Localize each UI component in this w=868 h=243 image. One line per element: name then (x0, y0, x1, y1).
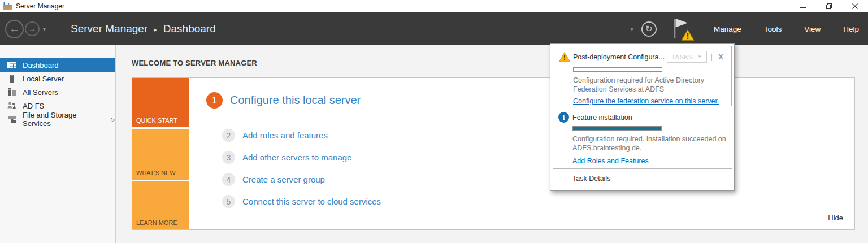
notification-description: Configuration required. Installation suc… (572, 134, 736, 153)
chevron-down-icon: ▼ (697, 54, 702, 59)
window-title: Server Manager (16, 2, 64, 10)
history-dropdown-caret[interactable]: ▾ (43, 26, 46, 32)
notification-description: Configuration required for Active Direct… (573, 76, 730, 94)
step-number-badge: 5 (222, 195, 235, 208)
menu-help[interactable]: Help (843, 25, 859, 33)
warning-triangle-icon: ! (681, 29, 695, 41)
dashboard-grid-icon (7, 60, 17, 70)
refresh-icon: ↻ (645, 24, 653, 34)
breadcrumb: Server Manager ▸ Dashboard (71, 23, 216, 35)
breadcrumb-dashboard[interactable]: Dashboard (163, 23, 216, 35)
forward-button[interactable]: → (25, 21, 40, 36)
step-number-badge: 3 (222, 151, 235, 164)
step-link[interactable]: Connect this server to cloud services (242, 197, 381, 206)
sidebar-item-all-servers[interactable]: All Servers (0, 85, 115, 99)
step-add-other-servers[interactable]: 3 Add other servers to manage (222, 151, 351, 164)
notification-title: Post-deployment Configura... (573, 53, 665, 61)
notification-title: Feature installation (572, 114, 632, 122)
info-icon: i (558, 112, 569, 123)
sidebar-item-file-storage-services[interactable]: File and Storage Services ▷ (0, 112, 115, 126)
popup-divider (553, 168, 732, 169)
sidebar-item-label: File and Storage Services (23, 111, 106, 128)
all-servers-icon (7, 88, 17, 97)
tab-learn-more[interactable]: LEARN MORE (132, 181, 189, 229)
tasks-dropdown-button[interactable]: TASKS ▼ (667, 51, 707, 63)
warning-icon: ! (559, 51, 570, 64)
back-button[interactable]: ← (5, 20, 24, 38)
file-storage-icon (7, 115, 17, 124)
step-link[interactable]: Add other servers to manage (242, 153, 351, 162)
tab-label: LEARN MORE (136, 219, 177, 226)
tab-label: QUICK START (136, 117, 177, 124)
breadcrumb-arrow-icon: ▸ (154, 26, 157, 33)
tasks-label: TASKS (671, 54, 693, 60)
window-titlebar: Server Manager (0, 0, 868, 12)
local-server-icon (7, 74, 17, 83)
sidebar-item-local-server[interactable]: Local Server (0, 72, 115, 85)
breadcrumb-server-manager[interactable]: Server Manager (71, 23, 147, 35)
minimize-button[interactable] (790, 0, 816, 12)
navbar-divider (665, 22, 665, 36)
forward-arrow-icon: → (28, 24, 36, 33)
step-configure-local-server[interactable]: 1 Configure this local server (206, 92, 361, 109)
menu-manage[interactable]: Manage (714, 25, 741, 33)
menu-view[interactable]: View (804, 25, 821, 33)
close-button[interactable] (842, 0, 868, 12)
tab-label: WHAT'S NEW (136, 170, 176, 176)
task-details-link[interactable]: Task Details (572, 175, 610, 183)
sidebar: Dashboard Local Server All Servers (0, 45, 116, 243)
popup-divider-bar: | (711, 53, 713, 61)
back-arrow-icon: ← (9, 23, 20, 35)
tab-quick-start[interactable]: QUICK START (132, 78, 189, 127)
progress-bar-empty (573, 67, 662, 72)
step-link[interactable]: Create a server group (242, 175, 325, 184)
sidebar-item-label: Local Server (23, 75, 64, 83)
step-number-badge: 2 (222, 129, 235, 142)
sidebar-item-label: AD FS (23, 102, 44, 110)
hide-button[interactable]: Hide (828, 214, 843, 222)
notifications-flag-button[interactable]: ! (672, 18, 691, 40)
notification-close-button[interactable]: X (718, 53, 723, 61)
dashboard-content: WELCOME TO SERVER MANAGER QUICK START WH… (116, 45, 868, 243)
progress-bar-full (572, 126, 662, 131)
sidebar-item-label: Dashboard (23, 61, 59, 70)
step-number-badge: 1 (206, 92, 223, 109)
add-roles-features-link[interactable]: Add Roles and Features (572, 157, 649, 165)
welcome-tile-tabs: QUICK START WHAT'S NEW LEARN MORE (132, 78, 189, 229)
step-link[interactable]: Add roles and features (242, 131, 328, 140)
refresh-dropdown-caret[interactable]: ▾ (631, 26, 633, 32)
step-connect-cloud-services[interactable]: 5 Connect this server to cloud services (222, 195, 381, 208)
svg-text:!: ! (687, 32, 689, 41)
refresh-button[interactable]: ↻ (641, 21, 657, 37)
chevron-right-icon[interactable]: ▷ (111, 116, 115, 123)
step-add-roles-features[interactable]: 2 Add roles and features (222, 129, 328, 142)
notification-post-deployment: ! Post-deployment Configura... TASKS ▼ |… (553, 46, 732, 106)
step-number-badge: 4 (222, 173, 235, 186)
step-create-server-group[interactable]: 4 Create a server group (222, 173, 325, 186)
tab-whats-new[interactable]: WHAT'S NEW (132, 129, 189, 180)
notifications-popup: ! Post-deployment Configura... TASKS ▼ |… (550, 43, 735, 191)
welcome-tile: QUICK START WHAT'S NEW LEARN MORE 1 Conf… (132, 77, 855, 230)
sidebar-item-label: All Servers (23, 88, 58, 97)
sidebar-item-dashboard[interactable]: Dashboard (0, 58, 115, 72)
welcome-heading: WELCOME TO SERVER MANAGER (132, 59, 257, 67)
step-link[interactable]: Configure this local server (230, 94, 361, 107)
server-manager-app-icon (3, 2, 12, 10)
svg-text:!: ! (563, 54, 566, 61)
navigation-bar: ← → ▾ Server Manager ▸ Dashboard ▾ ↻ ! (0, 12, 868, 45)
restore-button[interactable] (816, 0, 842, 12)
ad-fs-users-key-icon (7, 101, 17, 110)
configure-federation-service-link[interactable]: Configure the federation service on this… (573, 97, 719, 105)
menu-tools[interactable]: Tools (764, 25, 782, 33)
